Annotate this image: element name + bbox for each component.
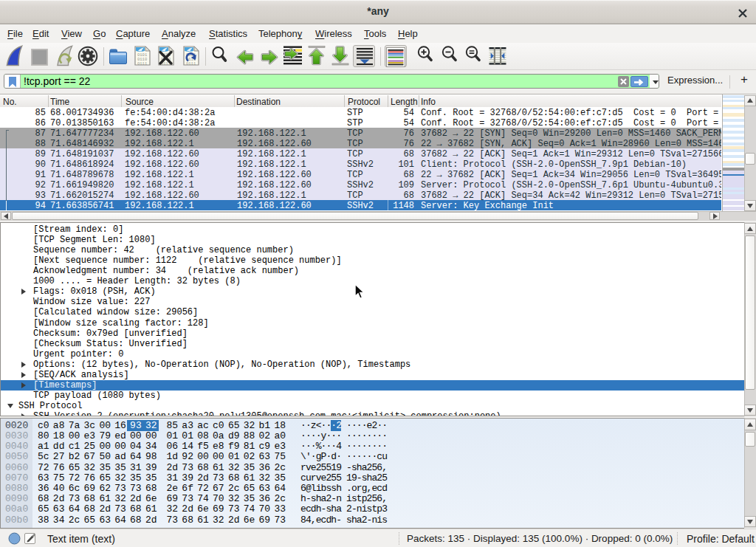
svg-text:0111: 0111: [137, 61, 148, 66]
svg-text:0111: 0111: [186, 61, 196, 66]
